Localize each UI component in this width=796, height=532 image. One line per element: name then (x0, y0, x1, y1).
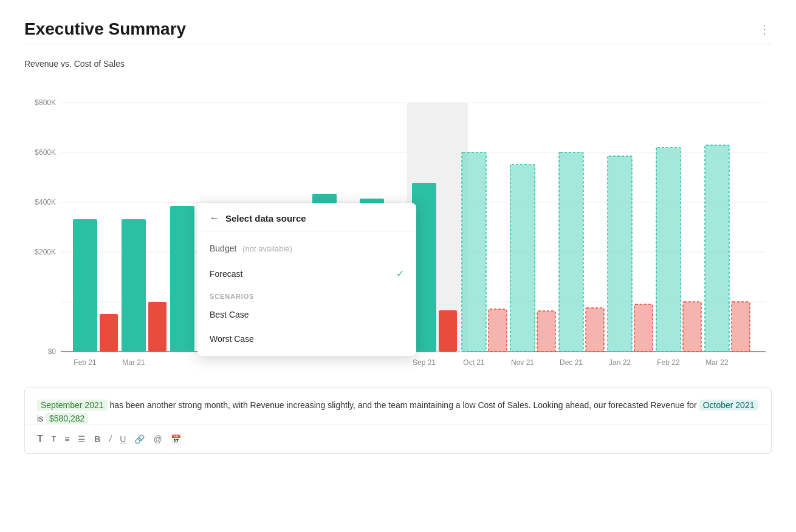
svg-text:Jan 22: Jan 22 (609, 358, 631, 367)
toolbar-ordered-list[interactable]: ≡ (64, 432, 69, 446)
toolbar-bold[interactable]: B (94, 432, 100, 446)
chart-area: $800K $600K $400K $200K $0 (24, 78, 772, 382)
dropdown-item-best-case[interactable]: Best Case (197, 302, 416, 327)
dropdown-items-list: Budget (not available) Forecast ✓ SCENAR… (197, 231, 416, 356)
worst-case-label: Worst Case (210, 334, 254, 344)
svg-rect-34 (732, 302, 750, 352)
header-divider (24, 44, 772, 44)
dropdown-item-budget[interactable]: Budget (not available) (197, 236, 416, 261)
dropdown-item-forecast[interactable]: Forecast ✓ (197, 261, 416, 287)
svg-text:$600K: $600K (35, 148, 56, 157)
highlight-october: October 2021 (699, 400, 758, 411)
svg-text:Mar 22: Mar 22 (705, 358, 729, 367)
toolbar-unordered-list[interactable]: ☰ (78, 432, 86, 446)
svg-text:Feb 21: Feb 21 (74, 358, 97, 367)
svg-rect-26 (537, 311, 555, 352)
toolbar-link[interactable]: 🔗 (134, 432, 145, 446)
svg-text:Nov 21: Nov 21 (511, 358, 534, 367)
svg-rect-23 (462, 152, 486, 352)
text-block: September 2021 has been another strong m… (24, 387, 772, 454)
toolbar-T-large[interactable]: T (37, 431, 43, 447)
svg-rect-31 (656, 148, 681, 352)
svg-rect-22 (439, 310, 457, 352)
svg-text:$200K: $200K (35, 248, 56, 256)
toolbar-T-small[interactable]: T (52, 434, 56, 445)
back-arrow-icon[interactable]: ← (210, 213, 219, 223)
more-menu-icon[interactable]: ⋮ (758, 22, 772, 36)
page-header: Executive Summary ⋮ (24, 19, 772, 39)
svg-text:Feb 22: Feb 22 (657, 358, 680, 367)
svg-rect-30 (634, 304, 653, 352)
dropdown-header[interactable]: ← Select data source (197, 203, 416, 231)
dropdown-item-worst-case[interactable]: Worst Case (197, 327, 416, 351)
svg-rect-24 (489, 309, 507, 352)
dropdown-title: Select data source (225, 213, 306, 223)
svg-text:Sep 21: Sep 21 (413, 358, 436, 367)
page-container: Executive Summary ⋮ Revenue vs. Cost of … (0, 0, 796, 466)
svg-rect-13 (100, 314, 118, 352)
svg-rect-33 (705, 145, 729, 352)
budget-label: Budget (210, 244, 236, 253)
svg-rect-14 (122, 219, 146, 352)
forecast-label: Forecast (210, 269, 242, 279)
svg-rect-15 (148, 302, 166, 352)
svg-text:Dec 21: Dec 21 (560, 358, 583, 367)
toolbar-underline[interactable]: U (120, 432, 126, 446)
text-toolbar: T T ≡ ☰ B / U 🔗 @ 📅 (25, 425, 771, 453)
svg-text:$800K: $800K (35, 98, 56, 107)
svg-rect-12 (73, 219, 97, 352)
svg-text:Oct 21: Oct 21 (463, 358, 485, 367)
svg-rect-28 (586, 308, 604, 352)
scenarios-section-label: SCENARIOS (197, 287, 416, 302)
text-content: September 2021 has been another strong m… (37, 398, 759, 426)
toolbar-italic[interactable]: / (109, 432, 111, 446)
selected-check-icon: ✓ (396, 268, 404, 279)
svg-rect-16 (170, 206, 194, 352)
best-case-label: Best Case (210, 310, 249, 319)
svg-rect-25 (510, 165, 535, 352)
svg-rect-29 (608, 156, 632, 352)
chart-title: Revenue vs. Cost of Sales (24, 59, 772, 69)
toolbar-date[interactable]: 📅 (171, 432, 181, 446)
highlight-value: $580,282 (46, 413, 88, 424)
page-title: Executive Summary (24, 19, 186, 39)
svg-text:$400K: $400K (35, 198, 56, 206)
budget-unavailable-badge: (not available) (242, 244, 292, 253)
svg-rect-32 (683, 302, 701, 352)
highlight-september: September 2021 (37, 400, 108, 411)
svg-text:$0: $0 (48, 347, 57, 356)
toolbar-mention[interactable]: @ (153, 432, 162, 446)
svg-rect-27 (559, 152, 583, 352)
svg-text:Mar 21: Mar 21 (122, 358, 145, 367)
data-source-dropdown[interactable]: ← Select data source Budget (not availab… (197, 203, 416, 356)
